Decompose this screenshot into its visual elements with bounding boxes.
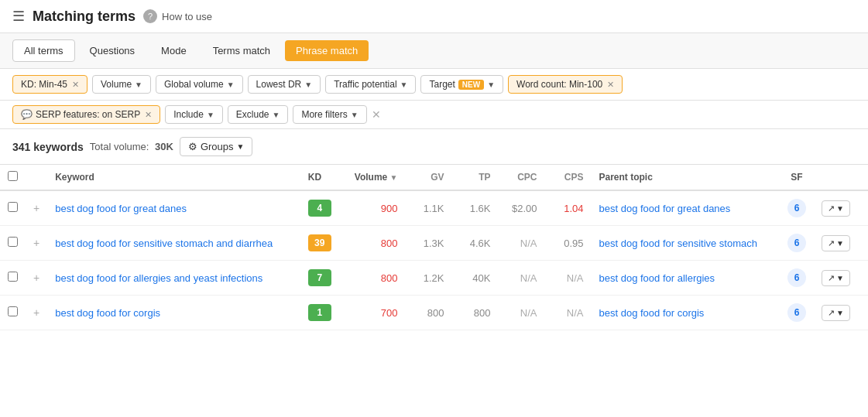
row-add-cell[interactable]: + [26,261,47,296]
filter-kd[interactable]: KD: Min-45 ✕ [12,75,87,94]
actions-cell: ↗ ▼ [814,190,868,226]
row-checkbox[interactable] [8,272,18,282]
chevron-down-icon: ▼ [227,80,235,89]
trend-icon: ↗ [828,308,835,318]
kd-cell: 7 [300,261,347,296]
column-actions [814,165,868,190]
row-add-cell[interactable]: + [26,226,47,261]
cps-value: N/A [567,307,584,319]
cpc-value: N/A [520,307,537,319]
sf-badge: 6 [787,268,806,287]
actions-cell: ↗ ▼ [814,261,868,296]
volume-value: 800 [381,272,398,284]
trend-button[interactable]: ↗ ▼ [822,200,850,217]
filter-traffic-potential[interactable]: Traffic potential ▼ [325,75,416,94]
trend-icon: ↗ [828,273,835,283]
clear-filters-icon[interactable]: ✕ [372,108,381,121]
tab-all-terms[interactable]: All terms [12,39,75,62]
gv-value: 1.1K [424,203,444,214]
keyword-count: 341 keywords [12,141,84,153]
sf-cell: 6 [780,261,814,296]
column-keyword: Keyword [47,165,300,190]
tab-terms-match[interactable]: Terms match [201,39,282,62]
keyword-cell[interactable]: best dog food for allergies and yeast in… [47,261,300,296]
parent-topic-link[interactable]: best dog food for sensitive stomach [599,238,757,249]
chevron-down-icon: ▼ [400,80,408,89]
chevron-down-icon: ▼ [135,80,142,89]
chevron-down-icon: ▼ [207,111,214,119]
dropdown-arrow[interactable]: ▼ [836,239,844,248]
sf-cell: 6 [780,190,814,226]
add-icon[interactable]: + [33,202,39,214]
filter-word-count-close[interactable]: ✕ [607,80,614,90]
parent-topic-link[interactable]: best dog food for corgis [599,307,704,319]
add-icon[interactable]: + [33,306,39,319]
keywords-table: Keyword KD Volume ▼ GV TP CPC CPS Parent… [0,165,868,330]
filter-exclude[interactable]: Exclude ▼ [228,105,289,124]
keyword-link[interactable]: best dog food for corgis [55,307,160,319]
trend-button[interactable]: ↗ ▼ [822,235,850,251]
tp-cell: 4.6K [451,226,498,261]
add-icon[interactable]: + [33,272,39,284]
keyword-cell[interactable]: best dog food for corgis [47,296,300,330]
column-sf: SF [780,165,814,190]
sf-cell: 6 [780,226,814,261]
how-to-use-link[interactable]: How to use [162,11,212,22]
cps-value: N/A [567,272,584,284]
add-icon[interactable]: + [33,237,39,249]
row-add-cell[interactable]: + [26,296,47,330]
filter-target[interactable]: Target NEW ▼ [420,75,503,94]
filters-row-2: 💬 SERP features: on SERP ✕ Include ▼ Exc… [0,101,868,129]
keyword-cell[interactable]: best dog food for sensitive stomach and … [47,226,300,261]
filter-lowest-dr[interactable]: Lowest DR ▼ [248,75,321,94]
parent-topic-cell[interactable]: best dog food for allergies [591,261,780,296]
keyword-cell[interactable]: best dog food for great danes [47,190,300,226]
sf-badge: 6 [787,303,806,322]
parent-topic-link[interactable]: best dog food for great danes [599,203,730,214]
tab-mode[interactable]: Mode [149,39,198,62]
parent-topic-cell[interactable]: best dog food for corgis [591,296,780,330]
gv-value: 1.3K [424,238,444,249]
parent-topic-cell[interactable]: best dog food for great danes [591,190,780,226]
keyword-link[interactable]: best dog food for great danes [55,203,187,214]
parent-topic-link[interactable]: best dog food for allergies [599,272,715,284]
keyword-link[interactable]: best dog food for allergies and yeast in… [55,272,262,284]
tab-phrase-match[interactable]: Phrase match [285,40,369,61]
row-checkbox[interactable] [8,237,18,247]
table-row: + best dog food for sensitive stomach an… [0,226,868,261]
sort-desc-icon: ▼ [390,173,398,182]
kd-badge: 4 [308,200,331,217]
actions-cell: ↗ ▼ [814,226,868,261]
column-volume[interactable]: Volume ▼ [347,165,406,190]
keyword-link[interactable]: best dog food for sensitive stomach and … [55,238,273,249]
menu-icon[interactable]: ☰ [12,8,25,25]
row-add-cell[interactable]: + [26,190,47,226]
filter-word-count[interactable]: Word count: Min-100 ✕ [508,75,623,94]
parent-topic-cell[interactable]: best dog food for sensitive stomach [591,226,780,261]
filter-serp-features[interactable]: 💬 SERP features: on SERP ✕ [12,105,160,124]
filter-volume[interactable]: Volume ▼ [92,75,151,94]
tp-value: 4.6K [470,238,491,249]
tab-questions[interactable]: Questions [78,39,147,62]
sf-badge: 6 [787,199,806,217]
filter-more-filters[interactable]: More filters ▼ [293,105,366,124]
dropdown-arrow[interactable]: ▼ [836,204,844,213]
filter-global-volume[interactable]: Global volume ▼ [156,75,243,94]
dropdown-arrow[interactable]: ▼ [836,309,844,317]
filter-serp-close[interactable]: ✕ [145,110,152,120]
groups-button[interactable]: ⚙ Groups ▼ [180,137,253,156]
select-all-checkbox[interactable] [8,171,18,181]
row-checkbox[interactable] [8,306,18,316]
trend-button[interactable]: ↗ ▼ [822,305,850,321]
tp-cell: 40K [451,261,498,296]
row-check-cell [0,190,26,226]
filter-kd-close[interactable]: ✕ [72,80,79,90]
row-checkbox[interactable] [8,202,18,212]
volume-cell: 700 [347,296,406,330]
trend-button[interactable]: ↗ ▼ [822,270,850,286]
dropdown-arrow[interactable]: ▼ [836,274,844,282]
filter-include[interactable]: Include ▼ [165,105,223,124]
filters-row-1: KD: Min-45 ✕ Volume ▼ Global volume ▼ Lo… [0,69,868,101]
help-icon[interactable]: ? [143,9,157,23]
gv-cell: 1.2K [405,261,451,296]
